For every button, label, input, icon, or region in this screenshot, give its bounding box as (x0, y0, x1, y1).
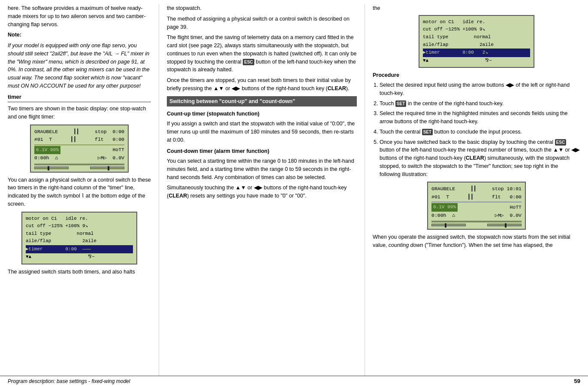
timer-section-header: timer (8, 93, 151, 103)
lcd-right-timer-row: ▶timer 0:00 2↘ (423, 49, 530, 57)
procedure-title: Procedure (373, 71, 580, 79)
lcd-slider-1 (34, 164, 124, 165)
lcd-divider-2 (431, 202, 522, 202)
left-para2: Two timers are shown in the basic displa… (8, 105, 151, 121)
col-right: the motor on C1 idle re. cut off −125% +… (365, 4, 588, 376)
lcd-bot-row2: #01 ⊤ ┃┃ flt 0:00 (431, 193, 522, 201)
procedure-item-5: Once you have switched back to the basic… (380, 138, 580, 179)
lcd-display-2: motor on C1 idle re. cut off −125% +100%… (21, 212, 137, 265)
esc-badge-2: ESC (555, 139, 567, 146)
procedure-item-4: Touch the central SET button to conclude… (380, 128, 580, 136)
left-para1: here. The software provides a maximum of… (8, 4, 151, 28)
lcd-right-arrow-row: ▼▲ ⅋− (423, 57, 530, 65)
footer-bar: Program description: base settings - fix… (0, 376, 588, 386)
content-area: here. The software provides a maximum of… (0, 0, 588, 376)
set-badge-1: SET (395, 100, 406, 107)
procedure-item-3: Select the required time in the highligh… (380, 109, 580, 126)
count-up-body: If you assign a switch and start the sto… (167, 120, 357, 144)
mid-para2: The method of assigning a physical switc… (167, 15, 357, 31)
lcd-row-2: #01 ⊤ ┃┃ flt 0:00 (34, 136, 124, 143)
right-para2: When you operate the assigned switch, th… (373, 233, 580, 249)
lcd-right-top-row1: motor on C1 idle re. (423, 18, 530, 26)
procedure-list: Select the desired input field using the… (380, 81, 580, 178)
lcd-slider-2 (431, 221, 522, 222)
lcd-right-bottom: GRAUBELE ┃┃ stop 10:01 #01 ⊤ ┃┃ flt 0:00… (427, 182, 526, 230)
mid-para1: the stopwatch. (167, 4, 357, 12)
switching-header: Switching between "count-up" and "count-… (167, 96, 357, 107)
lcd2-row1: motor on C1 idle re. (26, 215, 133, 223)
lcd2-row2: cut off −125% +100% 9↘ (26, 222, 133, 230)
mid-para4: Once the timers are stopped, you can res… (167, 76, 357, 93)
lcd2-arrow-row: ▼▲ ⅋− (26, 253, 133, 261)
lcd-bot-battery-row: 6.1V 99% HoTT (431, 203, 522, 212)
lcd-right-top-row2: cut off −125% +100% 9↘ (423, 26, 530, 33)
left-para4: The assigned switch starts both timers, … (8, 268, 151, 276)
lcd-bot-row1: GRAUBELE ┃┃ stop 10:01 (431, 185, 522, 193)
lcd-time-row-1: 0:00h ♺ ▷M▷ 0.0V (34, 154, 124, 162)
lcd-divider-1 (34, 145, 124, 145)
page-container: here. The software provides a maximum of… (0, 0, 588, 386)
count-up-title: Count-up timer (stopwatch function) (167, 110, 357, 118)
footer-page: 59 (574, 378, 580, 384)
lcd-right-top-row4: aile/flap 2aile (423, 41, 530, 49)
note-body: If your model is equipped with only one … (8, 42, 151, 90)
set-badge-2: SET (422, 129, 433, 135)
lcd-right-top: motor on C1 idle re. cut off −125% +100%… (419, 15, 534, 68)
lcd-right-top-row3: tail type normal (423, 33, 530, 41)
procedure-item-1: Select the desired input field using the… (380, 81, 580, 97)
right-para1: the (373, 4, 580, 12)
count-down-body: You can select a starting time within th… (167, 157, 357, 181)
lcd2-row4: aile/flap 2aile (26, 237, 133, 245)
left-para3: You can assign a physical switch or a co… (8, 176, 151, 208)
lcd-battery-row-1: 6.1V 99% HoTT (34, 146, 124, 155)
col-left: here. The software provides a maximum of… (0, 4, 159, 376)
mid-para5: Simultaneously touching the ▲▼ or ◀▶ but… (167, 184, 357, 200)
lcd2-timer-row: ▶timer 0:00 ——— (26, 245, 133, 254)
lcd-slider-row-1 (34, 167, 124, 169)
footer-label: Program description: base settings - fix… (8, 378, 130, 384)
lcd-bot-time-row: 0:00h ♺ ▷M▷ 0.0V (431, 212, 522, 219)
mid-para3: The flight timer, and the saving of tele… (167, 33, 357, 74)
count-down-title: Count-down timer (alarm timer function) (167, 147, 357, 155)
procedure-item-2: Touch SET in the centre of the right-han… (380, 100, 580, 108)
lcd-row-1: GRAUBELE ┃┃ stop 0:00 (34, 128, 124, 136)
lcd2-row3: tail type normal (26, 230, 133, 238)
lcd-slider-row-2 (431, 224, 522, 226)
col-middle: the stopwatch. The method of assigning a… (159, 4, 365, 376)
esc-badge-1: ESC (243, 59, 254, 65)
note-title: Note: (8, 31, 151, 39)
lcd-display-1: GRAUBELE ┃┃ stop 0:00 #01 ⊤ ┃┃ flt 0:00 … (30, 125, 129, 173)
